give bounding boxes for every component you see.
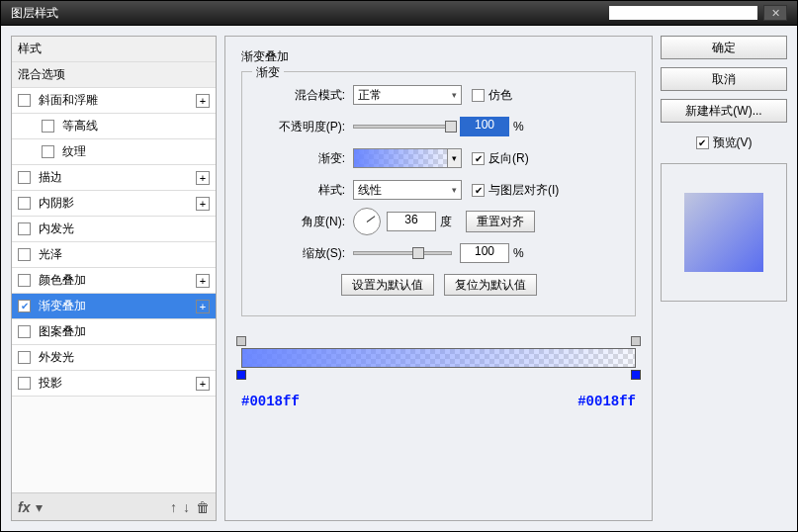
preview-box <box>661 163 787 302</box>
add-instance-icon[interactable]: + <box>196 94 210 108</box>
opacity-slider[interactable] <box>353 125 452 129</box>
add-instance-icon[interactable]: + <box>196 197 210 211</box>
style-checkbox[interactable] <box>18 171 31 184</box>
style-checkbox[interactable]: ✔ <box>18 300 31 312</box>
style-label: 斜面和浮雕 <box>39 92 196 109</box>
color-stop-left[interactable] <box>236 370 246 380</box>
row-style: 样式: 线性 ▾ ✔与图层对齐(I) <box>256 179 621 201</box>
titlebar: 图层样式 ✕ <box>0 0 798 26</box>
style-checkbox[interactable] <box>18 197 31 210</box>
style-checkbox[interactable] <box>18 94 31 107</box>
right-panel: 确定 取消 新建样式(W)... ✔预览(V) <box>661 36 787 521</box>
style-checkbox[interactable] <box>18 248 31 261</box>
gradient-editor: #0018ff #0018ff <box>241 340 636 409</box>
add-instance-icon[interactable]: + <box>196 171 210 185</box>
opacity-input[interactable]: 100 <box>460 117 509 136</box>
style-item-7[interactable]: 颜色叠加+ <box>12 268 216 294</box>
group-legend: 渐变 <box>252 64 284 81</box>
style-item-1[interactable]: 等高线 <box>12 114 216 139</box>
opacity-stop-left[interactable] <box>236 336 246 346</box>
style-checkbox[interactable] <box>42 145 54 158</box>
style-label: 图案叠加 <box>39 323 210 340</box>
style-item-8[interactable]: ✔渐变叠加+ <box>12 294 216 319</box>
add-instance-icon[interactable]: + <box>196 300 210 313</box>
menu-down-icon[interactable]: ▾ <box>36 499 43 515</box>
header-blending-options[interactable]: 混合选项 <box>12 62 216 88</box>
style-item-0[interactable]: 斜面和浮雕+ <box>12 88 216 114</box>
preview-checkbox[interactable]: ✔预览(V) <box>661 134 787 151</box>
cancel-button[interactable]: 取消 <box>661 67 787 91</box>
move-down-icon[interactable]: ↓ <box>183 499 190 515</box>
gradient-group: 渐变 混合模式: 正常 ▾ 仿色 不透明度(P): 100 % <box>241 71 636 316</box>
reverse-checkbox[interactable]: ✔反向(R) <box>472 150 529 167</box>
label-scale: 缩放(S): <box>256 245 345 262</box>
style-checkbox[interactable] <box>18 325 31 338</box>
styles-panel: 样式 混合选项 斜面和浮雕+等高线纹理描边+内阴影+内发光光泽颜色叠加+✔渐变叠… <box>11 36 217 521</box>
opacity-stop-right[interactable] <box>631 336 641 346</box>
style-select[interactable]: 线性 ▾ <box>353 180 462 200</box>
dither-checkbox[interactable]: 仿色 <box>472 87 512 104</box>
titlebar-blank <box>609 6 757 20</box>
style-label: 内阴影 <box>39 195 196 212</box>
blend-mode-select[interactable]: 正常 ▾ <box>353 85 462 105</box>
label-blend-mode: 混合模式: <box>256 87 345 104</box>
chevron-down-icon: ▾ <box>452 185 457 195</box>
scale-input[interactable]: 100 <box>460 243 509 263</box>
label-style: 样式: <box>256 182 345 199</box>
style-item-2[interactable]: 纹理 <box>12 139 216 165</box>
hex-left: #0018ff <box>241 394 300 409</box>
window-title: 图层样式 <box>11 5 58 22</box>
scale-slider[interactable] <box>353 251 452 255</box>
slider-thumb[interactable] <box>445 121 457 133</box>
style-item-6[interactable]: 光泽 <box>12 242 216 268</box>
set-default-button[interactable]: 设置为默认值 <box>341 274 434 296</box>
reset-align-button[interactable]: 重置对齐 <box>466 211 535 232</box>
fx-icon[interactable]: fx <box>18 499 30 515</box>
style-item-5[interactable]: 内发光 <box>12 217 216 242</box>
style-checkbox[interactable] <box>42 120 54 133</box>
style-label: 光泽 <box>39 246 210 263</box>
row-scale: 缩放(S): 100 % <box>256 242 621 264</box>
chevron-down-icon[interactable]: ▾ <box>447 149 461 167</box>
styles-list: 样式 混合选项 斜面和浮雕+等高线纹理描边+内阴影+内发光光泽颜色叠加+✔渐变叠… <box>12 37 216 492</box>
style-item-3[interactable]: 描边+ <box>12 165 216 191</box>
slider-thumb[interactable] <box>412 247 424 259</box>
style-item-10[interactable]: 外发光 <box>12 345 216 371</box>
style-item-4[interactable]: 内阴影+ <box>12 191 216 217</box>
section-title: 渐变叠加 <box>241 48 636 65</box>
style-label: 纹理 <box>62 143 210 160</box>
color-stop-right[interactable] <box>631 370 641 380</box>
close-icon[interactable]: ✕ <box>763 5 787 21</box>
style-checkbox[interactable] <box>18 222 31 235</box>
style-label: 投影 <box>39 375 196 392</box>
preview-swatch <box>684 193 763 272</box>
trash-icon[interactable]: 🗑 <box>196 499 210 515</box>
gradient-bar[interactable] <box>241 348 636 368</box>
header-styles[interactable]: 样式 <box>12 37 216 62</box>
gradient-swatch[interactable]: ▾ <box>353 148 462 168</box>
style-label: 颜色叠加 <box>39 272 196 289</box>
align-checkbox[interactable]: ✔与图层对齐(I) <box>472 182 559 199</box>
label-angle: 角度(N): <box>256 214 345 230</box>
center-panel: 渐变叠加 渐变 混合模式: 正常 ▾ 仿色 不透明度(P): 100 % <box>224 36 653 521</box>
add-instance-icon[interactable]: + <box>196 274 210 288</box>
style-label: 描边 <box>39 169 196 186</box>
styles-footer: fx ▾ ↑ ↓ 🗑 <box>12 492 216 520</box>
style-checkbox[interactable] <box>18 351 31 364</box>
style-checkbox[interactable] <box>18 377 31 390</box>
angle-dial[interactable] <box>353 208 381 235</box>
row-gradient: 渐变: ▾ ✔反向(R) <box>256 147 621 169</box>
style-checkbox[interactable] <box>18 274 31 287</box>
angle-input[interactable]: 36 <box>387 212 436 231</box>
label-gradient: 渐变: <box>256 150 345 167</box>
new-style-button[interactable]: 新建样式(W)... <box>661 99 787 123</box>
style-label: 渐变叠加 <box>39 298 196 314</box>
ok-button[interactable]: 确定 <box>661 36 787 59</box>
style-item-11[interactable]: 投影+ <box>12 371 216 397</box>
style-label: 等高线 <box>62 118 210 134</box>
style-label: 外发光 <box>39 349 210 366</box>
move-up-icon[interactable]: ↑ <box>170 499 177 515</box>
add-instance-icon[interactable]: + <box>196 377 210 391</box>
reset-default-button[interactable]: 复位为默认值 <box>444 274 537 296</box>
style-item-9[interactable]: 图案叠加 <box>12 319 216 345</box>
